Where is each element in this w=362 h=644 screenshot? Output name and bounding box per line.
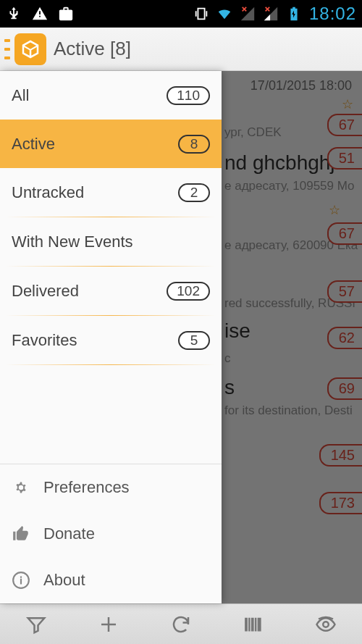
svg-point-1	[323, 622, 329, 627]
signal-1-icon	[240, 6, 256, 22]
filter-active[interactable]: Active 8	[0, 120, 222, 168]
filter-label: Favorites	[12, 331, 77, 350]
donate-button[interactable]: Donate	[0, 511, 222, 557]
filter-count: 102	[167, 282, 210, 301]
clock: 18:02	[309, 4, 356, 24]
menu-label: Preferences	[43, 478, 130, 497]
store-icon	[58, 6, 74, 22]
thumbs-up-icon	[12, 524, 30, 543]
filter-count: 8	[178, 135, 210, 154]
navigation-drawer: All 110 Active 8 Untracked 2 With New Ev…	[0, 71, 222, 603]
filter-label: Active	[12, 135, 55, 154]
about-button[interactable]: About	[0, 557, 222, 603]
filter-button[interactable]	[0, 604, 72, 644]
add-button[interactable]	[72, 604, 145, 644]
vibrate-icon	[193, 6, 209, 22]
filter-label: With New Events	[12, 233, 133, 251]
watch-button[interactable]	[290, 604, 362, 644]
filter-count: 5	[178, 331, 210, 350]
preferences-button[interactable]: Preferences	[0, 464, 222, 511]
usb-icon	[6, 6, 22, 22]
filter-all[interactable]: All 110	[0, 71, 222, 120]
filter-delivered[interactable]: Delivered 102	[0, 267, 222, 315]
status-bar: 18:02	[0, 0, 362, 28]
app-header: Active [8]	[0, 28, 362, 71]
wifi-icon	[216, 6, 232, 22]
warning-icon	[32, 6, 48, 22]
eye-icon	[315, 614, 337, 635]
bottom-toolbar	[0, 603, 362, 644]
menu-icon[interactable]	[4, 35, 12, 64]
page-title: Active [8]	[54, 38, 131, 60]
signal-2-icon	[263, 6, 279, 22]
filter-new-events[interactable]: With New Events	[0, 217, 222, 266]
refresh-icon	[170, 614, 192, 635]
filter-label: All	[12, 86, 29, 105]
battery-charging-icon	[286, 6, 302, 22]
filter-count: 110	[167, 86, 210, 105]
filter-untracked[interactable]: Untracked 2	[0, 168, 222, 217]
plus-icon	[98, 614, 119, 635]
filter-count: 2	[178, 183, 210, 202]
filter-label: Untracked	[12, 183, 84, 202]
funnel-icon	[25, 614, 47, 635]
app-icon[interactable]	[14, 33, 46, 65]
gear-icon	[12, 478, 30, 497]
menu-label: About	[43, 571, 85, 590]
filter-label: Delivered	[12, 282, 79, 301]
refresh-button[interactable]	[145, 604, 217, 644]
barcode-icon	[243, 614, 264, 635]
menu-label: Donate	[43, 524, 95, 543]
barcode-button[interactable]	[217, 604, 290, 644]
filter-favorites[interactable]: Favorites 5	[0, 316, 222, 364]
info-icon	[12, 571, 30, 590]
